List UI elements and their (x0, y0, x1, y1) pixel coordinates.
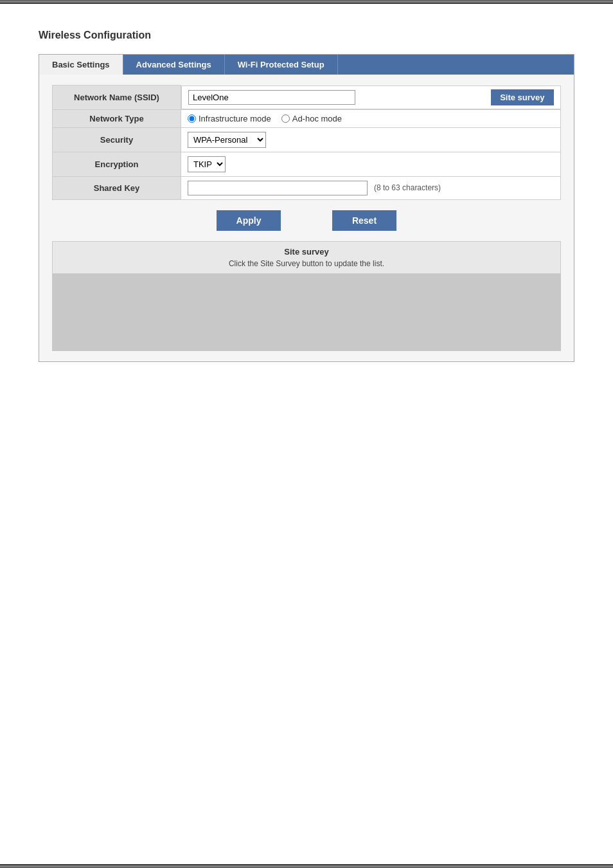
infrastructure-mode-label[interactable]: Infrastructure mode (188, 114, 271, 123)
adhoc-mode-text: Ad-hoc mode (292, 114, 342, 123)
network-name-label: Network Name (SSID) (53, 86, 181, 110)
infrastructure-mode-radio[interactable] (188, 114, 196, 123)
site-survey-info-text: Click the Site Survey button to update t… (59, 259, 554, 268)
encryption-label: Encryption (53, 152, 181, 176)
gray-area (52, 274, 561, 351)
encryption-select[interactable]: TKIP AES (188, 156, 226, 172)
network-name-row: Network Name (SSID) Site survey (53, 86, 561, 110)
tab-advanced-settings[interactable]: Advanced Settings (123, 55, 225, 75)
security-select[interactable]: WPA-Personal WPA2-Personal WEP None (188, 132, 266, 148)
shared-key-value-cell: (8 to 63 characters) (181, 176, 561, 199)
network-type-label: Network Type (53, 109, 181, 127)
security-row: Security WPA-Personal WPA2-Personal WEP … (53, 127, 561, 152)
encryption-row: Encryption TKIP AES (53, 152, 561, 176)
encryption-value-cell: TKIP AES (181, 152, 561, 176)
bottom-border (0, 864, 613, 868)
security-value-cell: WPA-Personal WPA2-Personal WEP None (181, 127, 561, 152)
tab-content-basic: Network Name (SSID) Site survey Network … (39, 75, 574, 361)
tab-wifi-protected-setup[interactable]: Wi-Fi Protected Setup (225, 55, 338, 75)
site-survey-info-title: Site survey (59, 247, 554, 257)
shared-key-cell: (8 to 63 characters) (188, 181, 554, 195)
shared-key-row: Shared Key (8 to 63 characters) (53, 176, 561, 199)
network-name-value-cell: Site survey (181, 86, 561, 109)
apply-button[interactable]: Apply (217, 210, 281, 231)
network-type-row: Network Type Infrastructure mode Ad-hoc … (53, 109, 561, 127)
infrastructure-mode-text: Infrastructure mode (199, 114, 271, 123)
main-content: Wireless Configuration Basic Settings Ad… (0, 4, 613, 864)
adhoc-mode-label[interactable]: Ad-hoc mode (281, 114, 342, 123)
site-survey-button[interactable]: Site survey (491, 89, 553, 105)
security-label: Security (53, 127, 181, 152)
page-title: Wireless Configuration (39, 30, 574, 41)
shared-key-hint: (8 to 63 characters) (374, 183, 441, 192)
network-type-value-cell: Infrastructure mode Ad-hoc mode (181, 109, 561, 127)
network-type-radio-group: Infrastructure mode Ad-hoc mode (188, 114, 554, 123)
shared-key-label: Shared Key (53, 176, 181, 199)
site-survey-info: Site survey Click the Site Survey button… (52, 241, 561, 274)
tab-bar: Basic Settings Advanced Settings Wi-Fi P… (39, 55, 574, 75)
form-table: Network Name (SSID) Site survey Network … (52, 85, 561, 200)
button-row: Apply Reset (52, 210, 561, 231)
tab-container: Basic Settings Advanced Settings Wi-Fi P… (39, 54, 574, 362)
reset-button[interactable]: Reset (332, 210, 396, 231)
network-name-input[interactable] (188, 90, 355, 105)
adhoc-mode-radio[interactable] (281, 114, 290, 123)
tab-basic-settings[interactable]: Basic Settings (39, 55, 123, 75)
shared-key-input[interactable] (188, 181, 368, 195)
